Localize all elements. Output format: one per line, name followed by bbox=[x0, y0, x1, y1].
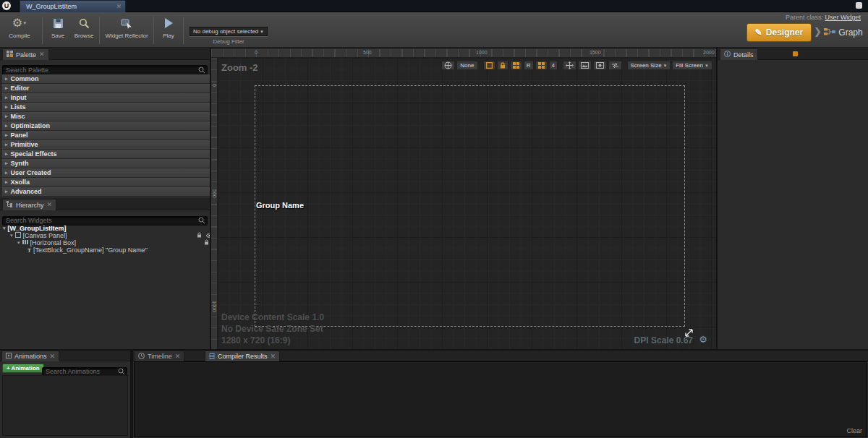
chevron-down-icon[interactable]: ▾ bbox=[3, 226, 6, 231]
grid-snap-toggle[interactable] bbox=[510, 61, 522, 70]
palette-category-panel[interactable]: ▸Panel bbox=[2, 131, 210, 140]
tab-animations[interactable]: Animations ✕ bbox=[1, 351, 59, 361]
close-icon[interactable]: ✕ bbox=[50, 353, 56, 360]
palette-category-lists[interactable]: ▸Lists bbox=[2, 103, 210, 112]
parent-class-info: Parent class: User Widget bbox=[786, 14, 861, 21]
chevron-down-icon[interactable]: ▼ bbox=[22, 21, 27, 25]
parent-class-value[interactable]: User Widget bbox=[825, 14, 861, 21]
group-name-textblock[interactable]: Group Name bbox=[256, 201, 304, 210]
close-icon[interactable]: ✕ bbox=[39, 51, 45, 58]
chevron-down-icon: ▼ bbox=[705, 64, 709, 68]
close-icon[interactable]: ✕ bbox=[271, 353, 276, 360]
compiler-results-panel: Timeline ✕ Compiler Results ✕ Clear bbox=[133, 351, 868, 438]
chevron-right-icon: ▸ bbox=[5, 170, 8, 176]
chevron-right-icon: ▸ bbox=[5, 104, 8, 110]
details-panel: Details bbox=[718, 48, 868, 351]
lock-icon[interactable] bbox=[197, 232, 202, 239]
widget-bounds-outline[interactable] bbox=[255, 85, 685, 327]
palette-category-input[interactable]: ▸Input bbox=[2, 93, 210, 103]
graph-mode-button[interactable]: Graph bbox=[823, 23, 864, 42]
palette-category-common[interactable]: ▸Common bbox=[2, 74, 210, 84]
palette-category-synth[interactable]: ▸Synth bbox=[2, 159, 210, 168]
clear-button[interactable]: Clear bbox=[846, 427, 862, 434]
asset-tab[interactable]: W_GroupListItem ✕ bbox=[20, 0, 126, 12]
tab-hierarchy[interactable]: Hierarchy ✕ bbox=[2, 199, 56, 210]
compiler-results-output[interactable] bbox=[134, 361, 867, 437]
hierarchy-item-root[interactable]: ▾ [W_GroupListItem] bbox=[0, 225, 213, 232]
flip-button[interactable] bbox=[608, 61, 622, 70]
hierarchy-item-textblock[interactable]: T [TextBlock_GroupName] "Group Name" bbox=[0, 246, 237, 254]
add-animation-button[interactable]: + Animation bbox=[2, 364, 44, 373]
chevron-down-icon[interactable]: ▾ bbox=[17, 240, 20, 246]
screen-size-dropdown[interactable]: Screen Size ▼ bbox=[627, 61, 671, 70]
tab-timeline[interactable]: Timeline ✕ bbox=[134, 351, 184, 361]
vertical-ruler: 0 500 1000 bbox=[211, 58, 218, 351]
close-icon[interactable]: ✕ bbox=[116, 4, 122, 10]
chevron-right-icon: ▸ bbox=[5, 179, 8, 185]
compile-button[interactable]: ⚙ ▼ Compile bbox=[4, 16, 35, 45]
fill-screen-dropdown[interactable]: Fill Screen ▼ bbox=[672, 61, 712, 70]
hierarchy-item-canvas-panel[interactable]: ▾ [Canvas Panel] bbox=[0, 232, 220, 239]
widget-reflector-button[interactable]: Widget Reflector bbox=[102, 16, 151, 45]
graph-icon bbox=[824, 27, 835, 38]
palette-category-advanced[interactable]: ▸Advanced bbox=[2, 187, 210, 197]
chevron-right-icon: ▸ bbox=[5, 85, 8, 91]
animations-list[interactable] bbox=[2, 375, 128, 436]
palette-category-special-effects[interactable]: ▸Special Effects bbox=[2, 150, 210, 159]
anchor-button[interactable] bbox=[441, 61, 455, 70]
chevron-right-icon: ▸ bbox=[5, 160, 8, 166]
chevron-right-icon: ▸ bbox=[5, 95, 8, 100]
tab-palette[interactable]: Palette ✕ bbox=[2, 48, 49, 60]
bottom-tabs-strip: Timeline ✕ Compiler Results ✕ bbox=[133, 351, 868, 361]
compile-gear-icon: ⚙ bbox=[12, 17, 22, 29]
hierarchy-search-input[interactable] bbox=[2, 216, 208, 226]
browse-button[interactable]: Browse bbox=[71, 16, 97, 45]
screenshot-button[interactable] bbox=[593, 61, 607, 70]
close-icon[interactable]: ✕ bbox=[175, 353, 181, 360]
palette-category-primitive[interactable]: ▸Primitive bbox=[2, 140, 210, 150]
resolution-label: 1280 x 720 (16:9) bbox=[221, 335, 290, 345]
play-button[interactable]: Play bbox=[157, 16, 180, 45]
palette-category-editor[interactable]: ▸Editor bbox=[2, 84, 210, 93]
hierarchy-icon bbox=[7, 201, 13, 209]
viewport-settings-gear-icon[interactable]: ⚙ bbox=[699, 335, 707, 344]
toolbar-separator bbox=[42, 17, 43, 44]
debug-object-dropdown[interactable]: No debug object selected ▼ bbox=[190, 27, 268, 36]
save-button[interactable]: Save bbox=[46, 16, 70, 45]
rotation-button[interactable]: R bbox=[524, 61, 534, 70]
palette-category-optimization[interactable]: ▸Optimization bbox=[2, 121, 210, 131]
none-anchor-dropdown[interactable]: None bbox=[456, 61, 478, 70]
hierarchy-item-horizontal-box[interactable]: ▾ [Horizontal Box] bbox=[0, 239, 227, 246]
palette-search-input[interactable] bbox=[2, 65, 208, 75]
tab-details[interactable]: Details bbox=[720, 48, 758, 60]
chevron-right-icon: ❯ bbox=[814, 26, 822, 37]
canvas-panel-icon bbox=[15, 232, 21, 239]
outline-toggle[interactable] bbox=[483, 61, 495, 70]
preview-image-button[interactable] bbox=[578, 61, 592, 70]
close-icon[interactable]: ✕ bbox=[47, 202, 53, 208]
chevron-down-icon[interactable]: ▾ bbox=[10, 233, 13, 239]
pin-icon[interactable] bbox=[793, 51, 798, 56]
designer-mode-button[interactable]: ✎ Designer bbox=[746, 23, 812, 42]
window-icon bbox=[856, 2, 862, 9]
dpi-scale-label: DPI Scale 0.67 bbox=[634, 335, 693, 345]
chevron-right-icon: ▸ bbox=[5, 123, 8, 129]
grid-toggle[interactable] bbox=[535, 61, 548, 70]
palette-category-xsolla[interactable]: ▸Xsolla bbox=[2, 178, 210, 187]
lock-icon[interactable] bbox=[204, 239, 209, 246]
device-content-scale-label: Device Content Scale 1.0 bbox=[221, 312, 324, 322]
viewport-toolbar: None R 4 Screen Size ▼ Fill Screen ▼ bbox=[441, 61, 712, 70]
designer-viewport[interactable]: 0 500 1000 1500 2000 0 500 1000 Zoom -2 … bbox=[211, 48, 716, 351]
horizontal-box-icon bbox=[22, 239, 28, 246]
compiler-results-icon bbox=[209, 353, 215, 361]
palette-search bbox=[2, 62, 208, 72]
palette-category-user-created[interactable]: ▸User Created bbox=[2, 168, 210, 178]
palette-icon bbox=[7, 51, 13, 59]
chevron-right-icon: ▸ bbox=[5, 76, 8, 82]
palette-category-misc[interactable]: ▸Misc bbox=[2, 112, 210, 121]
horizontal-ruler: 0 500 1000 1500 2000 bbox=[211, 49, 716, 58]
move-widget-button[interactable] bbox=[563, 61, 576, 70]
lock-toggle[interactable] bbox=[497, 61, 509, 70]
grid-size-button[interactable]: 4 bbox=[549, 61, 558, 70]
tab-compiler-results[interactable]: Compiler Results ✕ bbox=[205, 351, 280, 361]
